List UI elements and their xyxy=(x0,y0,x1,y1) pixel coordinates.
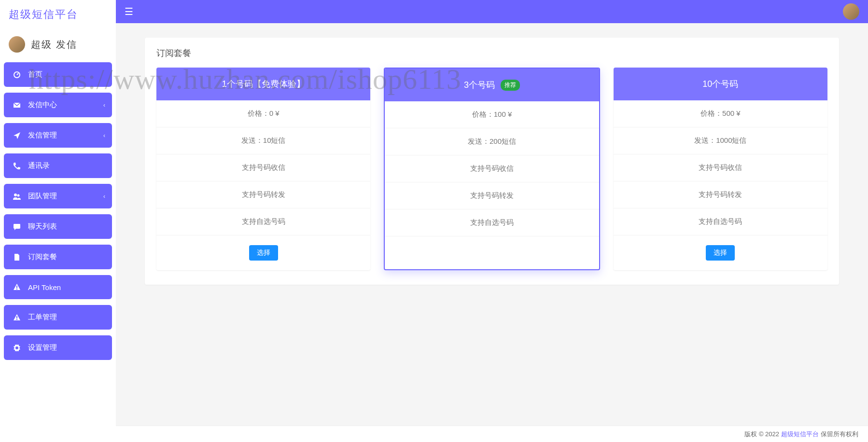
users-icon xyxy=(13,192,21,201)
dashboard-icon xyxy=(13,70,21,79)
plan-card-free: 1个号码【免费体验】 价格：0 ¥ 发送：10短信 支持号码收信 支持号码转发 … xyxy=(156,68,370,270)
plan-price: 价格：100 ¥ xyxy=(385,101,599,128)
footer-brand-link[interactable]: 超级短信平台 xyxy=(781,430,819,439)
menu-toggle-icon[interactable]: ☰ xyxy=(125,6,133,17)
plan-badge: 推荐 xyxy=(501,80,520,91)
chevron-left-icon: ‹ xyxy=(103,193,105,200)
select-plan-button[interactable]: 选择 xyxy=(706,245,735,261)
plan-title: 3个号码 xyxy=(464,79,495,91)
plan-feature: 支持号码收信 xyxy=(156,154,370,181)
plan-footer xyxy=(385,236,599,256)
plan-feature: 支持号码转发 xyxy=(156,181,370,208)
nav-label: 工单管理 xyxy=(28,313,57,322)
nav-ticket-manage[interactable]: 工单管理 xyxy=(4,305,112,330)
user-profile[interactable]: 超级 发信 xyxy=(0,29,116,62)
nav-chat-list[interactable]: 聊天列表 xyxy=(4,214,112,239)
plan-feature: 支持自选号码 xyxy=(385,209,599,236)
plan-price: 价格：0 ¥ xyxy=(156,100,370,127)
svg-rect-6 xyxy=(16,316,17,318)
send-icon xyxy=(13,131,21,140)
copyright-suffix: 保留所有权利 xyxy=(821,430,858,439)
plan-title: 10个号码 xyxy=(702,78,738,90)
plan-feature: 支持号码转发 xyxy=(614,181,827,208)
nav-label: 发信中心 xyxy=(28,100,57,110)
file-icon xyxy=(13,253,21,262)
svg-rect-4 xyxy=(16,286,17,288)
svg-rect-5 xyxy=(16,289,17,290)
plan-card-featured: 3个号码 推荐 价格：100 ¥ 发送：200短信 支持号码收信 支持号码转发 … xyxy=(384,68,600,270)
warning-icon xyxy=(13,313,21,322)
page-title: 订阅套餐 xyxy=(145,47,839,68)
nav-label: 聊天列表 xyxy=(28,222,57,231)
nav-label: API Token xyxy=(28,283,61,291)
gear-icon xyxy=(13,344,21,352)
plans-container: 1个号码【免费体验】 价格：0 ¥ 发送：10短信 支持号码收信 支持号码转发 … xyxy=(145,68,839,270)
chevron-left-icon: ‹ xyxy=(103,132,105,139)
main-content: 订阅套餐 1个号码【免费体验】 价格：0 ¥ 发送：10短信 支持号码收信 支持… xyxy=(116,23,868,426)
plan-feature: 支持自选号码 xyxy=(614,208,827,235)
nav-settings[interactable]: 设置管理 xyxy=(4,335,112,360)
plan-title: 1个号码【免费体验】 xyxy=(222,78,305,90)
nav-api-token[interactable]: API Token xyxy=(4,275,112,299)
sidebar: 超级短信平台 超级 发信 首页 发信中心 ‹ 发信管理 ‹ 通讯录 团队管理 ‹ xyxy=(0,0,116,442)
plan-footer: 选择 xyxy=(156,235,370,270)
plan-feature: 支持号码收信 xyxy=(385,155,599,182)
chat-icon xyxy=(13,222,21,231)
nav-home[interactable]: 首页 xyxy=(4,62,112,87)
plan-send-quota: 发送：1000短信 xyxy=(614,127,827,154)
copyright-prefix: 版权 © 2022 xyxy=(744,430,779,439)
footer: 版权 © 2022 超级短信平台 保留所有权利 xyxy=(116,426,868,442)
nav-team-manage[interactable]: 团队管理 ‹ xyxy=(4,184,112,208)
svg-point-2 xyxy=(14,193,17,196)
top-bar: ☰ xyxy=(116,0,868,23)
phone-icon xyxy=(13,162,21,170)
warning-icon xyxy=(13,283,21,291)
subscription-panel: 订阅套餐 1个号码【免费体验】 价格：0 ¥ 发送：10短信 支持号码收信 支持… xyxy=(145,38,839,285)
nav-send-center[interactable]: 发信中心 ‹ xyxy=(4,93,112,117)
user-display-name: 超级 发信 xyxy=(31,38,77,51)
plan-feature: 支持号码转发 xyxy=(385,182,599,209)
plan-send-quota: 发送：10短信 xyxy=(156,127,370,154)
nav-label: 发信管理 xyxy=(28,131,57,140)
svg-point-3 xyxy=(17,194,20,196)
plan-send-quota: 发送：200短信 xyxy=(385,128,599,155)
top-avatar-icon[interactable] xyxy=(843,3,859,20)
brand-title: 超级短信平台 xyxy=(0,0,116,29)
nav-menu: 首页 发信中心 ‹ 发信管理 ‹ 通讯录 团队管理 ‹ 聊天列表 订阅套餐 xyxy=(0,62,116,360)
select-plan-button[interactable]: 选择 xyxy=(249,245,278,261)
nav-send-manage[interactable]: 发信管理 ‹ xyxy=(4,123,112,148)
nav-subscription[interactable]: 订阅套餐 xyxy=(4,245,112,269)
plan-card-large: 10个号码 价格：500 ¥ 发送：1000短信 支持号码收信 支持号码转发 支… xyxy=(614,68,827,270)
svg-rect-7 xyxy=(16,319,17,320)
nav-label: 团队管理 xyxy=(28,192,57,201)
nav-label: 设置管理 xyxy=(28,343,57,352)
nav-label: 通讯录 xyxy=(28,161,50,170)
plan-header: 3个号码 推荐 xyxy=(385,69,599,101)
envelope-icon xyxy=(13,101,21,110)
plan-header: 1个号码【免费体验】 xyxy=(156,68,370,100)
plan-footer: 选择 xyxy=(614,235,827,270)
plan-price: 价格：500 ¥ xyxy=(614,100,827,127)
chevron-left-icon: ‹ xyxy=(103,102,105,109)
plan-feature: 支持自选号码 xyxy=(156,208,370,235)
plan-feature: 支持号码收信 xyxy=(614,154,827,181)
user-avatar-icon xyxy=(9,36,25,53)
nav-contacts[interactable]: 通讯录 xyxy=(4,153,112,178)
nav-label: 订阅套餐 xyxy=(28,252,57,262)
plan-header: 10个号码 xyxy=(614,68,827,100)
nav-label: 首页 xyxy=(28,70,42,79)
